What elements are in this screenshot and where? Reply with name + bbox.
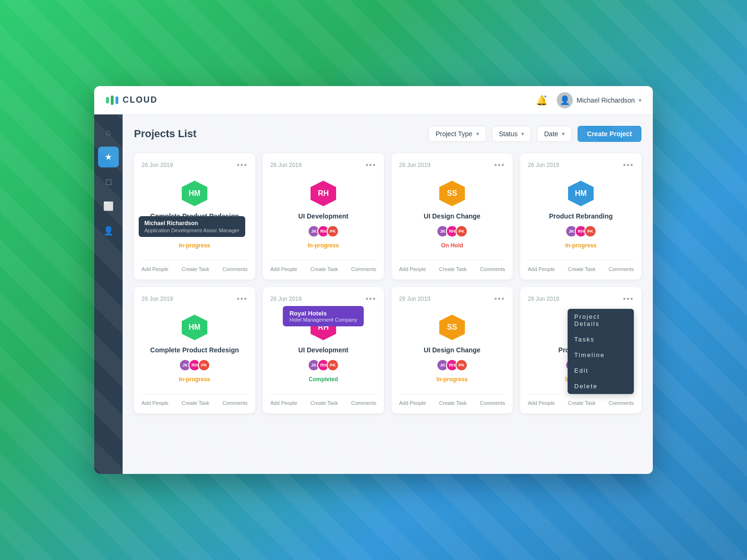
- project-name: UI Design Change: [424, 346, 480, 354]
- chevron-down-icon: ▾: [476, 131, 479, 137]
- sidebar-item-document[interactable]: ◻: [98, 171, 119, 192]
- card-date: 26 Jun 2019: [528, 296, 559, 302]
- card-action[interactable]: Comments: [222, 400, 248, 406]
- card-header: 26 Jun 2019 •••: [399, 161, 505, 169]
- sidebar-item-home[interactable]: ⌂: [98, 122, 119, 143]
- status-badge: Completed: [309, 376, 338, 383]
- project-name: UI Design Change: [424, 212, 480, 220]
- project-icon: HM: [568, 181, 594, 206]
- project-icon: SS: [439, 315, 465, 340]
- card-menu-button[interactable]: •••: [365, 161, 376, 169]
- status-badge: In-progress: [565, 242, 596, 249]
- notification-bell[interactable]: 🔔: [534, 93, 549, 108]
- context-menu-item[interactable]: Delete: [568, 378, 634, 394]
- project-icon: SS: [439, 181, 465, 206]
- card-action[interactable]: Add People: [528, 266, 555, 272]
- navbar: CLOUD 🔔 👤 Michael Richardson ▾: [94, 86, 653, 114]
- card-divider: [528, 260, 634, 261]
- card-action[interactable]: Create Task: [568, 266, 596, 272]
- card-menu-button[interactable]: •••: [494, 161, 505, 169]
- avatar: PK: [198, 225, 210, 237]
- card-action[interactable]: Add People: [399, 400, 426, 406]
- card-divider: [142, 394, 248, 394]
- card-action[interactable]: Add People: [142, 400, 169, 406]
- avatar: PK: [455, 359, 468, 371]
- card-divider: [528, 394, 634, 394]
- project-icon: HM: [182, 315, 207, 340]
- card-header: 26 Jun 2019 •••: [142, 161, 248, 169]
- card-action[interactable]: Add People: [270, 266, 297, 272]
- project-icon: RH: [311, 315, 336, 340]
- brand-logo: [106, 96, 119, 105]
- card-action[interactable]: Comments: [609, 400, 634, 406]
- context-menu-item[interactable]: Tasks: [568, 332, 634, 347]
- card-footer: Add PeopleCreate TaskComments: [142, 264, 248, 272]
- project-card: 26 Jun 2019 •••Project DetailsTasksTimel…: [520, 287, 641, 413]
- card-action[interactable]: Add People: [270, 400, 297, 406]
- card-menu-button[interactable]: •••: [494, 295, 505, 303]
- card-action[interactable]: Comments: [609, 266, 634, 272]
- card-action[interactable]: Comments: [222, 266, 248, 272]
- card-action[interactable]: Comments: [480, 400, 505, 406]
- avatar-group: JKMHPK: [179, 225, 210, 237]
- project-type-dropdown[interactable]: Project Type ▾: [428, 126, 486, 142]
- card-menu-button[interactable]: •••Project DetailsTasksTimelineEditDelet…: [623, 295, 634, 303]
- sidebar-item-folder[interactable]: ⬜: [98, 196, 119, 217]
- project-name: Complete Product Redesign: [150, 212, 239, 220]
- card-header: 26 Jun 2019 •••: [528, 161, 634, 169]
- card-header: 26 Jun 2019 •••: [399, 295, 505, 303]
- create-project-button[interactable]: Create Project: [578, 126, 641, 142]
- card-date: 26 Jun 2019: [270, 162, 302, 168]
- main-layout: ⌂ ★ ◻ ⬜ 👤 Projects List Project Type ▾ S…: [94, 114, 653, 474]
- card-action[interactable]: Create Task: [182, 400, 210, 406]
- sidebar: ⌂ ★ ◻ ⬜ 👤: [94, 114, 123, 474]
- card-action[interactable]: Comments: [480, 266, 505, 272]
- card-menu-button[interactable]: •••: [237, 161, 248, 169]
- navbar-right: 🔔 👤 Michael Richardson ▾: [534, 92, 641, 108]
- card-action[interactable]: Create Task: [311, 266, 338, 272]
- card-action[interactable]: Create Task: [568, 400, 596, 406]
- card-action[interactable]: Comments: [351, 400, 376, 406]
- context-menu: Project DetailsTasksTimelineEditDelete: [568, 309, 634, 394]
- project-card: 26 Jun 2019 ••• SS UI Design Change JKRH…: [391, 287, 513, 413]
- avatar-group: JKRHPK: [179, 359, 210, 371]
- sidebar-item-star[interactable]: ★: [98, 147, 119, 167]
- context-menu-item[interactable]: Timeline: [568, 347, 634, 363]
- avatar: PK: [584, 225, 596, 237]
- card-footer: Add PeopleCreate TaskComments: [270, 264, 376, 272]
- user-menu[interactable]: 👤 Michael Richardson ▾: [557, 92, 641, 108]
- card-action[interactable]: Create Task: [311, 400, 338, 406]
- brand: CLOUD: [106, 95, 158, 105]
- card-menu-button[interactable]: •••: [237, 295, 248, 303]
- project-name: Complete Product Redesign: [150, 346, 239, 354]
- card-action[interactable]: Comments: [351, 266, 376, 272]
- card-menu-button[interactable]: •••: [623, 161, 634, 169]
- card-date: 26 Jun 2019: [399, 296, 430, 302]
- card-header: 26 Jun 2019 •••: [142, 295, 248, 303]
- app-window: CLOUD 🔔 👤 Michael Richardson ▾ ⌂ ★ ◻ ⬜ 👤: [94, 86, 653, 474]
- card-action[interactable]: Create Task: [439, 266, 467, 272]
- card-action[interactable]: Add People: [142, 266, 169, 272]
- card-action[interactable]: Create Task: [439, 400, 467, 406]
- chevron-down-icon: ▾: [562, 131, 565, 137]
- card-body: HM Complete Product Redesign JKRHPK In-p…: [142, 311, 248, 390]
- status-badge: In-progress: [436, 376, 468, 383]
- card-footer: Add PeopleCreate TaskComments: [399, 398, 505, 406]
- avatar: PK: [327, 225, 339, 237]
- sidebar-item-people[interactable]: 👤: [98, 220, 119, 241]
- card-footer: Add PeopleCreate TaskComments: [270, 398, 376, 406]
- content-area: Projects List Project Type ▾ Status ▾ Da…: [123, 114, 653, 474]
- date-dropdown[interactable]: Date ▾: [537, 126, 572, 142]
- card-action[interactable]: Add People: [528, 400, 555, 406]
- card-action[interactable]: Add People: [399, 266, 426, 272]
- status-dropdown[interactable]: Status ▾: [492, 126, 532, 142]
- project-card: 26 Jun 2019 ••• HM Complete Product Rede…: [134, 287, 255, 413]
- card-action[interactable]: Create Task: [182, 266, 210, 272]
- context-menu-item[interactable]: Edit: [568, 363, 634, 378]
- card-date: 26 Jun 2019: [142, 296, 173, 302]
- card-divider: [399, 394, 505, 394]
- context-menu-item[interactable]: Project Details: [568, 309, 634, 332]
- card-menu-button[interactable]: •••: [365, 295, 376, 303]
- page-title: Projects List: [134, 128, 196, 140]
- card-body: HM Product Rebranding JKRHPK In-progress: [528, 177, 634, 256]
